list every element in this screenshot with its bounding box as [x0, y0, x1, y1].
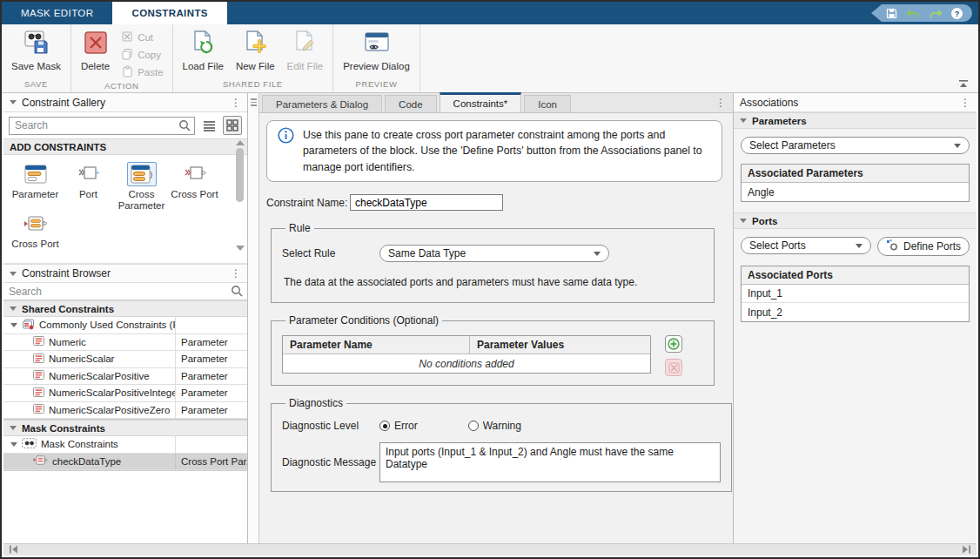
radio-unselected-icon: [468, 421, 479, 431]
shared-constraints-header[interactable]: Shared Constraints: [3, 300, 247, 317]
tab-mask-editor[interactable]: MASK EDITOR: [2, 2, 112, 24]
tree-row-numericscalarpositive[interactable]: NumericScalarPositive Parameter: [3, 368, 247, 386]
collapse-left-icon[interactable]: [9, 544, 18, 556]
select-rule-label: Select Rule: [282, 247, 379, 259]
gallery-item-label: Cross Port: [171, 189, 218, 200]
constraint-icon: [33, 387, 44, 399]
tab-code[interactable]: Code: [385, 95, 437, 112]
collapse-browser-icon[interactable]: [10, 272, 17, 276]
gallery-item-parameter[interactable]: Parameter: [9, 162, 62, 212]
associations-header: Associations ⋮: [734, 93, 977, 112]
collapse-gallery-icon[interactable]: [10, 100, 17, 104]
redo-icon[interactable]: [929, 7, 942, 20]
splitter-grip-icon[interactable]: [251, 98, 257, 108]
group-label-save: SAVE: [2, 79, 70, 92]
ribbon-group-shared-file: Load File New File: [173, 24, 334, 92]
gallery-item-label: Cross Parameter: [115, 189, 168, 212]
tree-row-mask-constraints-root[interactable]: Mask Constraints: [3, 436, 247, 454]
scroll-up-icon[interactable]: [236, 140, 245, 145]
associated-port-row[interactable]: Input_1: [742, 285, 969, 303]
collapse-mask-icon[interactable]: [10, 426, 17, 430]
gallery-menu-icon[interactable]: ⋮: [231, 98, 241, 108]
grid-view-icon[interactable]: [223, 116, 242, 135]
save-icon[interactable]: [885, 7, 898, 20]
tab-constraints[interactable]: CONSTRAINTS: [112, 2, 226, 24]
parameter-constraint-icon: [21, 162, 50, 186]
edit-file-button[interactable]: Edit File: [281, 27, 330, 74]
new-file-button[interactable]: New File: [230, 27, 281, 74]
tree-row-type: Cross Port Par...: [175, 454, 247, 470]
diagnostics-legend: Diagnostics: [285, 397, 346, 409]
cut-button[interactable]: Cut: [117, 29, 166, 46]
help-icon[interactable]: ?: [950, 7, 963, 20]
mask-icon: [22, 438, 37, 450]
browser-search-input[interactable]: [3, 283, 247, 300]
conditions-buttons: [665, 335, 682, 376]
collapse-right-icon[interactable]: [962, 544, 971, 556]
new-file-label: New File: [236, 61, 275, 71]
tab-parameters-dialog[interactable]: Parameters & Dialog: [262, 95, 382, 112]
gallery-search-input[interactable]: [9, 117, 195, 135]
twisty-icon[interactable]: [10, 323, 17, 327]
error-radio-label: Error: [394, 420, 418, 432]
warning-radio[interactable]: Warning: [468, 420, 521, 432]
tree-row-numeric[interactable]: Numeric Parameter: [3, 334, 247, 352]
copy-button[interactable]: Copy: [117, 46, 166, 64]
collapse-ports-icon[interactable]: [740, 219, 747, 223]
paste-button[interactable]: Paste: [117, 64, 166, 81]
ports-section-header[interactable]: Ports: [734, 212, 977, 229]
gallery-item-cross-port-parameter[interactable]: Cross Port: [9, 212, 62, 250]
load-file-button[interactable]: Load File: [177, 27, 230, 74]
preview-dialog-button[interactable]: Preview Dialog: [337, 27, 416, 74]
shared-constraints-tree: Commonly Used Constraints (R... Numeric …: [3, 317, 247, 420]
mask-constraints-header[interactable]: Mask Constraints: [3, 420, 247, 436]
select-ports-dropdown[interactable]: Select Ports: [741, 237, 871, 254]
delete-button[interactable]: Delete: [75, 27, 116, 74]
define-ports-button[interactable]: Define Ports: [877, 237, 970, 256]
add-condition-button[interactable]: [665, 335, 682, 353]
ports-section-body: Select Ports Define Ports Associated Por…: [734, 229, 977, 333]
panel-splitter[interactable]: [248, 93, 259, 543]
constraint-name-input[interactable]: [350, 194, 503, 211]
cut-label: Cut: [138, 32, 153, 43]
minimize-ribbon-icon[interactable]: [957, 79, 971, 90]
scroll-down-icon[interactable]: [236, 246, 245, 251]
associated-ports-header: Associated Ports: [742, 266, 969, 285]
delete-condition-button[interactable]: [665, 359, 682, 376]
collapse-shared-icon[interactable]: [10, 306, 17, 311]
gallery-scrollbar[interactable]: [234, 140, 245, 251]
undo-icon[interactable]: [907, 7, 920, 20]
error-radio[interactable]: Error: [379, 420, 418, 432]
tab-constraints-pane[interactable]: Constraints*: [440, 92, 522, 112]
tree-row-numericscalar[interactable]: NumericScalar Parameter: [3, 351, 247, 368]
delete-icon: [83, 30, 109, 58]
tree-row-numericscalarpositiveinteger[interactable]: NumericScalarPositiveInteger Parameter: [3, 385, 247, 402]
collapse-parameters-icon[interactable]: [740, 118, 747, 123]
gallery-item-cross-port[interactable]: Cross Port: [168, 162, 221, 212]
editor-tabbar-menu-icon[interactable]: ⋮: [715, 97, 726, 109]
associated-port-row[interactable]: Input_2: [742, 303, 969, 321]
scrollbar-thumb[interactable]: [236, 148, 244, 202]
twisty-icon[interactable]: [10, 442, 17, 447]
gallery-item-cross-parameter[interactable]: Cross Parameter: [115, 162, 168, 212]
associated-parameter-row[interactable]: Angle: [742, 183, 969, 201]
list-view-icon[interactable]: [199, 116, 218, 135]
rule-selected-value: Same Data Type: [388, 247, 466, 259]
chevron-down-icon: [594, 252, 601, 256]
diagnostic-message-input[interactable]: Input ports (Input_1 & Input_2) and Angl…: [379, 442, 721, 482]
save-mask-button[interactable]: Save Mask: [5, 27, 67, 74]
rule-select-dropdown[interactable]: Same Data Type: [379, 245, 609, 262]
gallery-items: Parameter Port Cross Parameter: [3, 155, 247, 253]
delete-label: Delete: [81, 61, 110, 71]
tree-row-commonly-used[interactable]: Commonly Used Constraints (R...: [3, 317, 247, 334]
tree-row-checkdatatype[interactable]: checkDataType Cross Port Par...: [3, 454, 247, 471]
browser-menu-icon[interactable]: ⋮: [231, 268, 241, 279]
gallery-item-port[interactable]: Port: [62, 162, 115, 212]
tab-icon[interactable]: Icon: [524, 95, 571, 112]
parameters-section-header[interactable]: Parameters: [734, 112, 977, 129]
rule-description: The data at the associated ports and par…: [284, 276, 703, 288]
tree-row-numericscalarpositivezero[interactable]: NumericScalarPositiveZero Parameter: [3, 402, 247, 420]
associations-menu-icon[interactable]: ⋮: [960, 98, 970, 108]
select-parameters-dropdown[interactable]: Select Parameters: [741, 137, 970, 154]
conditions-table: Parameter Name Parameter Values No condi…: [282, 335, 651, 374]
